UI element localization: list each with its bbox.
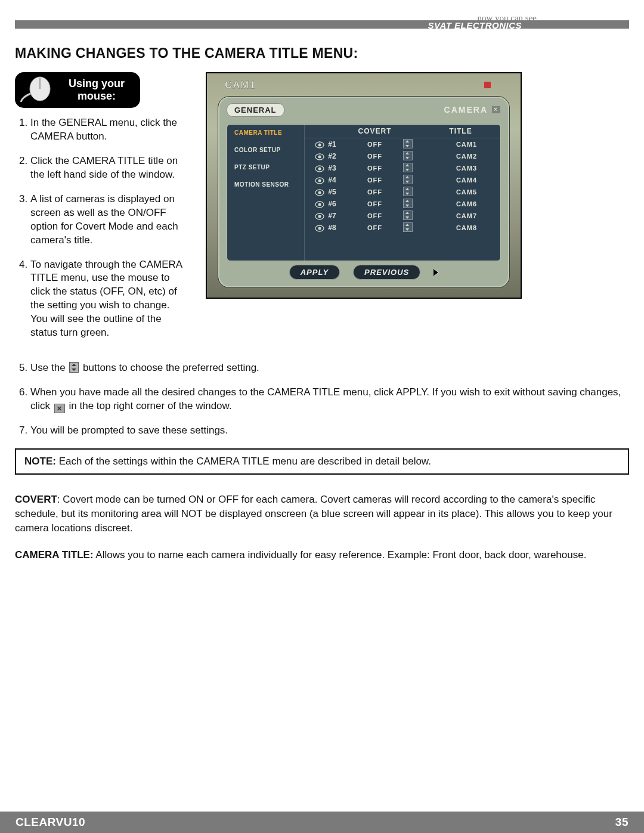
covert-value[interactable]: OFF (367, 212, 382, 219)
table-row: #3OFFCAM3 (305, 162, 500, 174)
spinner-control[interactable] (403, 187, 413, 196)
title-value[interactable]: CAM1 (444, 141, 477, 148)
spinner-control[interactable] (403, 210, 413, 220)
table-row: #2OFFCAM2 (305, 150, 500, 162)
row-index: #5 (328, 188, 336, 196)
spinner-control[interactable] (403, 139, 413, 148)
row-index: #6 (328, 200, 336, 208)
side-menu-ptz-setup[interactable]: PTZ SETUP (234, 164, 304, 171)
table-row: #7OFFCAM7 (305, 210, 500, 222)
step-6-b: in the top right corner of the window. (69, 400, 232, 411)
brand-slogan: now you can see (477, 13, 537, 23)
svg-point-11 (318, 191, 321, 194)
covert-value[interactable]: OFF (367, 200, 382, 208)
table-row: #1OFFCAM1 (305, 138, 500, 150)
title-value[interactable]: CAM8 (444, 224, 477, 231)
covert-value[interactable]: OFF (367, 165, 382, 172)
close-icon[interactable]: × (491, 106, 501, 114)
table-header: COVERT TITLE (305, 125, 500, 138)
spinner-control[interactable] (403, 151, 413, 160)
note-box: NOTE: Each of the settings within the CA… (15, 448, 629, 475)
covert-value[interactable]: OFF (367, 176, 382, 184)
general-panel: GENERAL CAMERA × CAMERA TITLE COLOR SETU… (218, 96, 510, 288)
panel-title: GENERAL (227, 103, 284, 117)
mouse-badge-text: Using your mouse: (59, 78, 134, 102)
page-title: MAKING CHANGES TO THE CAMERA TITLE MENU: (15, 45, 629, 61)
mouse-badge-line2: mouse: (78, 90, 116, 102)
table-row: #5OFFCAM5 (305, 186, 500, 198)
def-covert-label: COVERT (15, 494, 57, 505)
panel-tab: CAMERA × (444, 105, 501, 114)
row-index: #1 (328, 140, 336, 148)
def-covert-text: : Covert mode can be turned ON or OFF fo… (15, 494, 612, 534)
title-value[interactable]: CAM6 (444, 200, 477, 208)
step-6: When you have made all the desired chang… (30, 386, 629, 413)
camera-eye-icon (315, 201, 324, 208)
title-value[interactable]: CAM4 (444, 176, 477, 184)
step-5: Use the buttons to choose the preferred … (30, 361, 629, 375)
header-band: SVAT ELECTRONICS (15, 20, 629, 29)
covert-value[interactable]: OFF (367, 224, 382, 231)
spinner-control[interactable] (403, 163, 413, 172)
content-area: MAKING CHANGES TO THE CAMERA TITLE MENU:… (15, 29, 629, 562)
panel-tab-label: CAMERA (444, 105, 488, 114)
using-mouse-badge: Using your mouse: (15, 72, 140, 108)
title-value[interactable]: CAM5 (444, 188, 477, 196)
svg-point-3 (318, 143, 321, 146)
side-menu: CAMERA TITLE COLOR SETUP PTZ SETUP MOTIO… (227, 125, 305, 261)
close-icon (54, 404, 65, 413)
note-label: NOTE: (24, 456, 56, 467)
apply-button[interactable]: APPLY (289, 265, 340, 280)
footer-bar: CLEARVU10 35 (0, 812, 644, 833)
title-value[interactable]: CAM7 (444, 212, 477, 219)
def-camtitle-label: CAMERA TITLE: (15, 549, 94, 561)
step-2: Click the CAMERA TITLE title on the left… (30, 154, 188, 182)
panel-buttons: APPLY PREVIOUS (218, 265, 509, 280)
svg-point-7 (318, 167, 321, 170)
title-value[interactable]: CAM3 (444, 165, 477, 172)
spinner-control[interactable] (403, 175, 413, 184)
step-1: In the GENERAL menu, click the CAMERA bu… (30, 116, 188, 144)
record-indicator-icon (484, 82, 491, 88)
side-menu-color-setup[interactable]: COLOR SETUP (234, 147, 304, 153)
step-4: To navigate through the CAMERA TITLE men… (30, 258, 188, 340)
camera-eye-icon (315, 213, 324, 220)
svg-point-15 (318, 215, 321, 218)
table-row: #6OFFCAM6 (305, 198, 500, 210)
cam-label: CAM1 (225, 79, 256, 91)
mouse-icon (18, 76, 54, 104)
row-index: #3 (328, 164, 336, 172)
step-5-b: buttons to choose the preferred setting. (83, 362, 259, 373)
table-body: #1OFFCAM1#2OFFCAM2#3OFFCAM3#4OFFCAM4#5OF… (305, 138, 500, 234)
svg-point-9 (318, 179, 321, 182)
steps-list-top: In the GENERAL menu, click the CAMERA bu… (15, 116, 188, 340)
left-column: Using your mouse: In the GENERAL menu, c… (15, 72, 188, 351)
two-column-layout: Using your mouse: In the GENERAL menu, c… (15, 72, 629, 351)
covert-value[interactable]: OFF (367, 188, 382, 196)
header-covert: COVERT (346, 127, 403, 135)
table-row: #8OFFCAM8 (305, 222, 500, 234)
panel-top: GENERAL CAMERA × (227, 103, 501, 117)
side-menu-motion-sensor[interactable]: MOTION SENSOR (234, 181, 304, 188)
svg-point-5 (318, 155, 321, 158)
table-row: #4OFFCAM4 (305, 174, 500, 186)
step-7: You will be prompted to save these setti… (30, 424, 629, 438)
screenshot-camera-title-menu: CAM1 GENERAL CAMERA × CAMERA TIT (206, 72, 522, 299)
covert-value[interactable]: OFF (367, 153, 382, 160)
row-index: #4 (328, 176, 336, 184)
def-camtitle-text: Allows you to name each camera individua… (94, 549, 587, 561)
manual-page: SVAT ELECTRONICS now you can see MAKING … (0, 0, 644, 833)
previous-button[interactable]: PREVIOUS (353, 265, 420, 280)
table-wrap: COVERT TITLE #1OFFCAM1#2OFFCAM2#3OFFCAM3… (305, 125, 500, 261)
spinner-control[interactable] (403, 222, 413, 232)
def-camera-title: CAMERA TITLE: Allows you to name each ca… (15, 548, 629, 562)
row-index: #7 (328, 212, 336, 220)
header-title: TITLE (421, 127, 500, 135)
title-value[interactable]: CAM2 (444, 153, 477, 160)
svg-point-13 (318, 203, 321, 206)
spinner-control[interactable] (403, 199, 413, 208)
note-text: Each of the settings within the CAMERA T… (59, 456, 431, 467)
covert-value[interactable]: OFF (367, 141, 382, 148)
svg-point-17 (318, 227, 321, 230)
side-menu-camera-title[interactable]: CAMERA TITLE (234, 129, 304, 136)
